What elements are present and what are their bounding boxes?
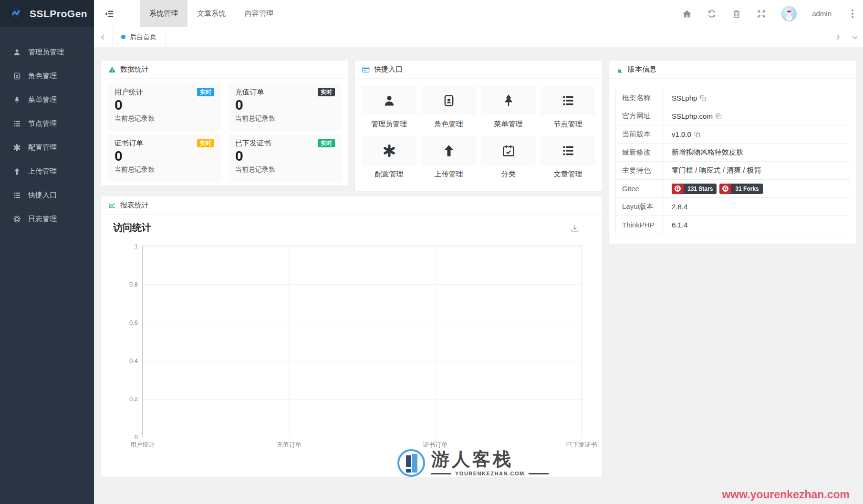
fullscreen-icon[interactable] xyxy=(757,9,766,19)
quick-card-header: 快捷入口 xyxy=(355,61,602,79)
gitee-logo-icon: G xyxy=(719,184,731,194)
sidebar-item-role-management[interactable]: 角色管理 xyxy=(0,64,94,88)
version-table: 框架名称 SSLphp 官方网址 SSLphp.com 当前版本 v1.0.0 … xyxy=(615,89,849,234)
version-row-value: SSLphp xyxy=(672,94,697,102)
home-icon[interactable] xyxy=(682,9,692,19)
tab-scroll-left-button[interactable] xyxy=(94,27,112,47)
navbar-tab-label: 系统管理 xyxy=(149,9,178,18)
watermark-domain: YOURENKEZHAN.COM xyxy=(455,471,525,476)
navbar-tab-content[interactable]: 内容管理 xyxy=(235,0,283,27)
sidebar-menu: 管理员管理 角色管理 菜单管理 节点管理 配置管理 上传管理 快捷入口 日志管 xyxy=(0,27,94,231)
quick-item-article[interactable]: 文章管理 xyxy=(541,136,595,179)
copy-icon[interactable] xyxy=(694,131,701,138)
sidebar-item-log-management[interactable]: 日志管理 xyxy=(0,207,94,231)
navbar-tab-system[interactable]: 系统管理 xyxy=(140,0,187,27)
table-row: 框架名称 SSLphp xyxy=(616,89,849,107)
gitee-logo-icon: G xyxy=(672,184,684,194)
quick-item-upload[interactable]: 上传管理 xyxy=(421,136,476,179)
chart-line-icon xyxy=(108,202,116,209)
sidebar-item-quick-entry[interactable]: 快捷入口 xyxy=(0,183,94,207)
version-row-value: 新增拟物风格特效皮肤 xyxy=(664,144,849,162)
quick-item-config[interactable]: 配置管理 xyxy=(362,136,416,179)
gitee-stars-badge[interactable]: G 131 Stars xyxy=(672,184,717,194)
quick-item-label: 文章管理 xyxy=(541,169,595,179)
stat-box-users: 用户统计 实时 0 当前总记录数 xyxy=(108,83,221,131)
stat-desc: 当前总记录数 xyxy=(114,114,214,123)
quick-item-node[interactable]: 节点管理 xyxy=(541,86,595,129)
refresh-icon[interactable] xyxy=(707,9,717,19)
shield-pulse-icon xyxy=(8,5,25,22)
report-card-title: 报表统计 xyxy=(120,201,149,210)
version-row-value: 2.8.4 xyxy=(664,198,849,216)
watermark-site-name: 游人客栈 xyxy=(431,450,549,469)
download-icon[interactable] xyxy=(571,224,579,233)
sidebar-item-label: 日志管理 xyxy=(28,215,57,224)
stat-label: 已下发证书 xyxy=(235,139,271,148)
stats-card-header: 数据统计 xyxy=(101,61,348,79)
sidebar-item-node-management[interactable]: 节点管理 xyxy=(0,112,94,135)
y-axis-tick: 0 xyxy=(116,433,138,441)
stat-label: 用户统计 xyxy=(114,88,143,97)
stat-desc: 当前总记录数 xyxy=(114,165,214,174)
version-table-wrap: 框架名称 SSLphp 官方网址 SSLphp.com 当前版本 v1.0.0 … xyxy=(609,79,856,234)
table-row: 当前版本 v1.0.0 xyxy=(616,125,849,144)
sidebar-item-label: 配置管理 xyxy=(28,143,57,152)
tab-dashboard-home[interactable]: 后台首页 xyxy=(112,27,166,47)
copy-icon[interactable] xyxy=(700,95,707,102)
sidebar-item-upload-management[interactable]: 上传管理 xyxy=(0,159,94,183)
quick-item-category[interactable]: 分类 xyxy=(481,136,536,179)
user-icon xyxy=(13,48,21,56)
stats-grid: 用户统计 实时 0 当前总记录数 充值订单 实时 0 当前总记录数 xyxy=(101,79,348,185)
app-title: SSLProGen xyxy=(30,8,87,20)
tab-scroll-right-button[interactable] xyxy=(829,27,846,47)
x-axis-label: 已下发证书 xyxy=(566,441,597,449)
navbar-tab-article[interactable]: 文章系统 xyxy=(187,0,235,27)
quick-item-role[interactable]: 角色管理 xyxy=(421,86,476,129)
visit-stats-chart: 1 0.8 0.6 0.4 0.2 0 用户统计 充值订单 证书订单 已下发证书 xyxy=(142,246,582,437)
navbar-tab-label: 内容管理 xyxy=(245,9,273,18)
y-axis-tick: 1 xyxy=(116,243,138,250)
navbar-tab-label: 文章系统 xyxy=(197,9,226,18)
realtime-badge: 实时 xyxy=(318,139,335,147)
quick-item-admin[interactable]: 管理员管理 xyxy=(362,86,416,129)
copy-icon[interactable] xyxy=(716,113,722,120)
gitee-stars-count: 131 Stars xyxy=(684,184,717,194)
warning-triangle-icon xyxy=(108,66,116,73)
version-row-value: SSLphp.com xyxy=(672,112,713,120)
chevron-left-icon xyxy=(100,34,106,41)
stat-box-cert-orders: 证书订单 实时 0 当前总记录数 xyxy=(108,134,221,182)
sidebar-item-config-management[interactable]: 配置管理 xyxy=(0,135,94,159)
sidebar-collapse-button[interactable] xyxy=(94,0,125,27)
more-vertical-icon[interactable] xyxy=(850,8,855,20)
version-row-label: 框架名称 xyxy=(616,89,664,107)
stat-desc: 当前总记录数 xyxy=(235,165,335,174)
arrow-up-icon xyxy=(421,136,476,165)
user-avatar[interactable] xyxy=(781,6,797,21)
table-row: Layui版本 2.8.4 xyxy=(616,198,849,216)
gitee-forks-badge[interactable]: G 31 Forks xyxy=(719,184,762,194)
list-icon xyxy=(541,86,595,115)
stat-box-issued-certs: 已下发证书 实时 0 当前总记录数 xyxy=(229,134,342,182)
table-row: 最新修改 新增拟物风格特效皮肤 xyxy=(616,144,849,162)
sidebar-item-admin-management[interactable]: 管理员管理 xyxy=(0,40,94,64)
collapse-icon xyxy=(104,9,114,19)
stat-label: 证书订单 xyxy=(114,139,143,148)
stat-value: 0 xyxy=(235,97,335,113)
username-label[interactable]: admin xyxy=(812,10,832,18)
table-row: 官方网址 SSLphp.com xyxy=(616,107,849,125)
quick-item-label: 菜单管理 xyxy=(481,119,536,129)
y-axis-tick: 0.2 xyxy=(116,395,138,402)
version-row-label: 官方网址 xyxy=(616,107,664,125)
navbar-tabs: 系统管理 文章系统 内容管理 xyxy=(140,0,283,27)
sidebar-item-menu-management[interactable]: 菜单管理 xyxy=(0,88,94,112)
id-badge-icon xyxy=(421,86,476,115)
x-axis-label: 证书订单 xyxy=(423,441,447,449)
quick-card-title: 快捷入口 xyxy=(374,65,403,74)
version-card-title: 版本信息 xyxy=(628,65,656,74)
quick-item-menu[interactable]: 菜单管理 xyxy=(481,86,536,129)
trash-icon[interactable] xyxy=(732,9,741,19)
snowman-avatar-image xyxy=(783,9,795,21)
version-card-header: 版本信息 xyxy=(609,61,856,79)
globe-icon xyxy=(13,215,21,223)
tab-menu-button[interactable] xyxy=(846,27,863,47)
